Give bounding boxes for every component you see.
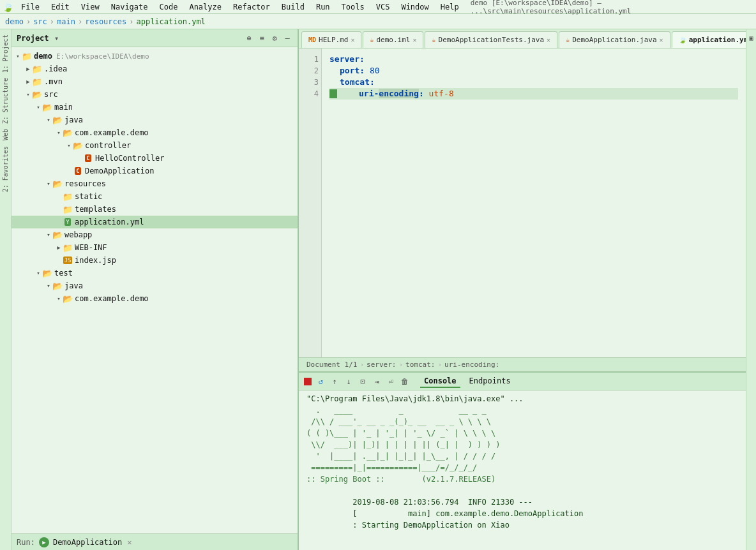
breadcrumb-main[interactable]: main — [57, 17, 75, 26]
wrap-icon[interactable]: ⏎ — [386, 376, 396, 387]
breadcrumb-sep-1: › — [26, 17, 31, 26]
tree-item-src[interactable]: ▾ 📂 src — [11, 88, 298, 101]
console-spring-3: ( ( )\___ | '_ | '_| | '_ \/ _` | \ \ \ … — [306, 427, 738, 439]
sidebar-structure[interactable]: Z: Structure — [1, 75, 10, 126]
tab-label-tests: DemoApplicationTests.java — [439, 36, 545, 44]
status-server: server: — [367, 360, 396, 369]
sidebar-web[interactable]: Web — [1, 126, 10, 143]
tab-demoapp[interactable]: ☕ DemoApplication.java ✕ — [559, 31, 670, 48]
project-dropdown-arrow[interactable]: ▾ — [52, 33, 62, 43]
tab-close-tests[interactable]: ✕ — [547, 36, 550, 43]
menu-build[interactable]: Build — [276, 1, 310, 13]
console-spring-4: \\/ ___)| |_)| | | | | || (_| | ) ) ) ) — [306, 439, 738, 450]
menu-help[interactable]: Help — [435, 1, 464, 13]
locate-icon[interactable]: ⊕ — [244, 33, 254, 43]
tree-item-index-jsp[interactable]: ▶ JS index.jsp — [11, 254, 298, 267]
arrow-src: ▾ — [24, 91, 32, 98]
code-utf8-val: utf-8 — [429, 89, 454, 98]
tab-close-help[interactable]: ✕ — [351, 36, 354, 43]
run-app-name[interactable]: DemoApplication — [53, 538, 122, 547]
export-icon[interactable]: ⇥ — [372, 376, 382, 387]
tree-item-app-yml[interactable]: ▶ Y application.yml — [11, 216, 298, 228]
sidebar-project[interactable]: 1: Project — [1, 32, 10, 75]
sidebar-favorites[interactable]: 2: Favorites — [1, 144, 10, 195]
tree-label-webinf: WEB-INF — [75, 243, 107, 252]
tree-item-package[interactable]: ▾ 📂 com.example.demo — [11, 126, 298, 139]
tree-item-hello-controller[interactable]: ▶ C HelloController — [11, 152, 298, 165]
yaml-icon-app: Y — [63, 217, 73, 227]
console-output: "C:\Program Files\Java\jdk1.8\bin\java.e… — [299, 390, 746, 550]
code-port-val: 80 — [370, 66, 380, 75]
tree-item-test-package[interactable]: ▾ 📂 com.example.demo — [11, 292, 298, 305]
tab-endpoints[interactable]: Endpoints — [465, 375, 515, 388]
tab-iml[interactable]: ☕ demo.iml ✕ — [363, 31, 423, 48]
menu-navigate[interactable]: Navigate — [106, 1, 153, 13]
tab-help[interactable]: MD HELP.md ✕ — [301, 31, 361, 48]
menu-code[interactable]: Code — [155, 1, 183, 13]
tab-yaml[interactable]: 🍃 application.yml ✕ — [672, 31, 746, 48]
tree-item-mvn[interactable]: ▶ 📁 .mvn — [11, 75, 298, 88]
tree-item-templates[interactable]: ▶ 📁 templates — [11, 203, 298, 216]
menu-file[interactable]: File — [16, 1, 45, 13]
tab-console[interactable]: Console — [420, 375, 460, 388]
stop-button[interactable] — [304, 378, 312, 385]
close-panel-icon[interactable]: — — [282, 33, 292, 43]
breadcrumb-demo[interactable]: demo — [5, 17, 24, 26]
collapse-icon[interactable]: ≡ — [257, 33, 267, 43]
tree-item-main[interactable]: ▾ 📂 main — [11, 101, 298, 114]
breadcrumb-src[interactable]: src — [33, 17, 47, 26]
tree-item-controller[interactable]: ▾ 📂 controller — [11, 139, 298, 152]
breadcrumb-resources[interactable]: resources — [85, 17, 126, 26]
folder-icon-resources: 📂 — [52, 179, 63, 189]
status-uri: uri-encoding: — [444, 360, 499, 369]
arrow-webapp: ▾ — [45, 231, 52, 239]
tree-item-static[interactable]: ▶ 📁 static — [11, 190, 298, 203]
tree-item-idea[interactable]: ▶ 📁 .idea — [11, 63, 298, 75]
main-layout: 1: Project Z: Structure Web 2: Favorites… — [0, 29, 756, 550]
tab-tests[interactable]: ☕ DemoApplicationTests.java ✕ — [425, 31, 557, 48]
scroll-down-icon[interactable]: ↓ — [344, 376, 354, 387]
rerun-icon[interactable]: ↺ — [315, 376, 326, 387]
code-line-3: tomcat: — [329, 77, 738, 88]
arrow-controller: ▾ — [65, 142, 73, 149]
arrow-test: ▾ — [34, 269, 42, 277]
trash-icon[interactable]: 🗑 — [400, 376, 410, 387]
editor-content[interactable]: 1 2 3 4 server: port: 80 tomcat: — [299, 48, 746, 357]
code-area[interactable]: server: port: 80 tomcat: uri-encoding: u… — [322, 48, 746, 357]
arrow-test-java: ▾ — [45, 282, 52, 290]
tree-label-main: main — [54, 103, 73, 112]
tab-label-yaml: application.yml — [689, 36, 746, 44]
tree-item-resources[interactable]: ▾ 📂 resources — [11, 177, 298, 190]
menu-view[interactable]: View — [76, 1, 105, 13]
tab-close-iml[interactable]: ✕ — [412, 36, 416, 43]
console-java-cmd: "C:\Program Files\Java\jdk1.8\bin\java.e… — [306, 393, 738, 405]
tree-label-idea: .idea — [44, 64, 67, 73]
tab-icon-tests: ☕ — [432, 36, 435, 43]
menu-refactor[interactable]: Refactor — [228, 1, 275, 13]
folder-icon-webapp: 📂 — [52, 230, 63, 240]
tree-label-resources: resources — [64, 179, 106, 188]
menu-edit[interactable]: Edit — [46, 1, 75, 13]
tree-item-test-java[interactable]: ▾ 📂 java — [11, 279, 298, 292]
console-spring-5: ' |____| .__|_| |_|_| |_\__, | / / / / — [306, 450, 738, 462]
clear-icon[interactable]: ⊡ — [358, 376, 368, 387]
scroll-up-icon[interactable]: ↑ — [329, 376, 340, 387]
editor-area: 1 2 3 4 server: port: 80 tomcat: — [299, 48, 746, 371]
menu-tools[interactable]: Tools — [336, 1, 370, 13]
tree-item-java-dir[interactable]: ▾ 📂 java — [11, 114, 298, 126]
tree-item-test[interactable]: ▾ 📂 test — [11, 267, 298, 279]
run-close-btn[interactable]: ✕ — [127, 538, 132, 547]
tree-item-webinf[interactable]: ▶ 📁 WEB-INF — [11, 241, 298, 254]
menu-run[interactable]: Run — [311, 1, 335, 13]
tree-item-demo-app[interactable]: ▶ C DemoApplication — [11, 165, 298, 177]
tree-label-mvn: .mvn — [44, 77, 63, 86]
menu-window[interactable]: Window — [396, 1, 434, 13]
sidebar-right-item[interactable]: ▣ — [747, 32, 755, 44]
tree-item-webapp[interactable]: ▾ 📂 webapp — [11, 228, 298, 241]
menu-vcs[interactable]: VCS — [371, 1, 395, 13]
menu-analyze[interactable]: Analyze — [184, 1, 227, 13]
tab-close-demoapp[interactable]: ✕ — [660, 36, 663, 43]
tree-item-demo[interactable]: ▾ 📁 demo E:\workspace\IDEA\demo — [11, 50, 298, 63]
settings-icon[interactable]: ⚙ — [269, 33, 280, 43]
folder-icon-templates: 📁 — [63, 204, 73, 214]
